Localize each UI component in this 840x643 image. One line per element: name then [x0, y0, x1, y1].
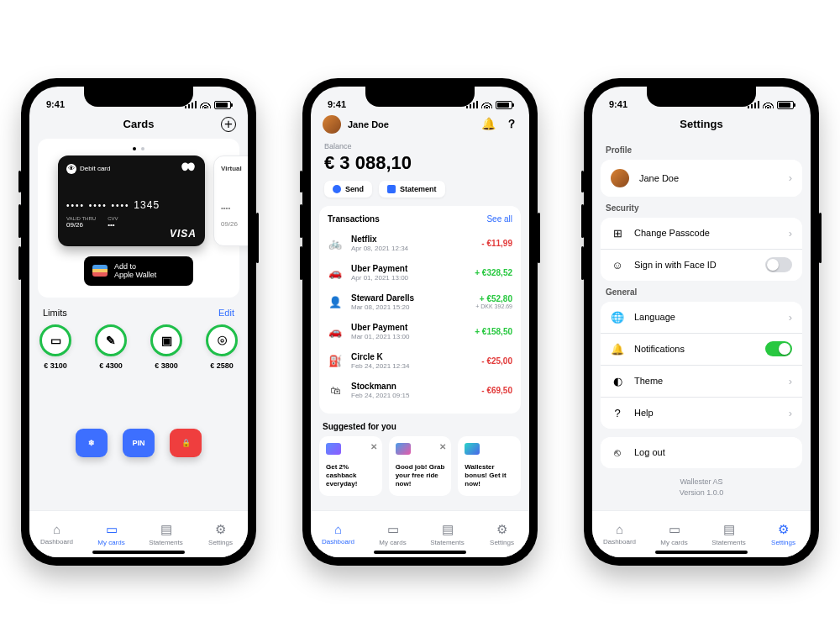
tab-mycards[interactable]: ▭My cards: [365, 511, 420, 557]
card-icon: ▭: [387, 522, 399, 537]
card-icon: ▭: [669, 522, 680, 537]
tab-mycards[interactable]: ▭My cards: [647, 511, 701, 557]
wifi-icon: [481, 101, 492, 108]
tab-statements[interactable]: ▤Statements: [701, 511, 756, 557]
language-row[interactable]: 🌐 Language ›: [601, 302, 802, 333]
tab-statements[interactable]: ▤Statements: [420, 511, 475, 557]
doc-icon: ▤: [723, 522, 735, 537]
limits-title: Limits: [43, 308, 67, 318]
chevron-right-icon: ›: [789, 375, 792, 387]
faceid-toggle[interactable]: [765, 257, 792, 272]
lock-icon: 🔒: [181, 439, 191, 447]
butterfly-logo-icon: [180, 162, 197, 174]
wifi-icon: [763, 101, 774, 108]
tab-dashboard[interactable]: ⌂Dashboard: [29, 511, 84, 557]
chevron-right-icon: ›: [789, 311, 792, 324]
snowflake-icon: ❄: [88, 439, 95, 447]
contactless-icon: ⦾: [218, 334, 227, 348]
clock: 9:41: [46, 99, 65, 109]
eye-icon[interactable]: 👁: [66, 164, 76, 174]
notifications-toggle[interactable]: [765, 341, 792, 356]
balance-amount: € 3 088,10: [324, 152, 516, 174]
clock-icon: ◐: [611, 375, 624, 387]
user-name: Jane Doe: [348, 119, 389, 129]
limit-card[interactable]: ▭€ 3100: [39, 324, 71, 370]
tx-icon: 👤: [328, 296, 343, 308]
send-icon: [333, 185, 341, 193]
suggestions-title: Suggested for you: [319, 422, 521, 436]
battery-icon: [214, 101, 231, 109]
tab-mycards[interactable]: ▭My cards: [84, 511, 139, 557]
tab-settings[interactable]: ⚙Settings: [475, 511, 529, 557]
wifi-icon: [200, 101, 211, 108]
company-name: Wallester AS: [601, 477, 802, 488]
transactions-title: Transactions: [328, 214, 380, 224]
card-carousel[interactable]: 👁Debit card •••• •••• •••• 1345 VALID TH…: [38, 139, 239, 298]
battery-icon: [777, 101, 794, 109]
transaction-row[interactable]: 🚗Uber PaymentMar 01, 2021 13:00+ €158,50: [328, 317, 512, 346]
section-general: General: [601, 281, 802, 302]
bell-icon[interactable]: 🔔: [481, 117, 496, 132]
tab-settings[interactable]: ⚙Settings: [193, 511, 248, 557]
block-button[interactable]: 🔒: [170, 429, 202, 457]
logout-icon: ⎋: [611, 446, 624, 459]
virtual-card[interactable]: Virtual •••• 09/26: [213, 155, 248, 246]
suggestion-card[interactable]: ✕Good job! Grab your free ride now!: [389, 436, 452, 496]
visa-logo: VISA: [170, 228, 197, 240]
avatar[interactable]: [323, 115, 341, 134]
gear-icon: ⚙: [496, 522, 507, 537]
suggestion-card[interactable]: ✕Get 2% cashback everyday!: [319, 436, 382, 496]
send-button[interactable]: Send: [324, 181, 372, 198]
debit-card[interactable]: 👁Debit card •••• •••• •••• 1345 VALID TH…: [58, 155, 205, 246]
statement-button[interactable]: Statement: [379, 181, 445, 198]
theme-row[interactable]: ◐ Theme ›: [601, 365, 802, 397]
tab-statements[interactable]: ▤Statements: [139, 511, 193, 557]
close-icon[interactable]: ✕: [370, 441, 377, 452]
tx-icon: 🚲: [328, 237, 343, 250]
limit-atm[interactable]: ▣€ 3800: [150, 324, 182, 370]
help-row[interactable]: ? Help ›: [601, 397, 802, 429]
freeze-button[interactable]: ❄: [76, 429, 108, 457]
transaction-row[interactable]: 🚲NetflixApr 08, 2021 12:34- €11,99: [328, 229, 512, 258]
logout-row[interactable]: ⎋ Log out: [601, 437, 802, 468]
apple-wallet-button[interactable]: Add toApple Wallet: [84, 256, 193, 287]
chevron-right-icon: ›: [789, 171, 792, 184]
close-icon[interactable]: ✕: [439, 441, 446, 452]
home-icon: ⌂: [53, 522, 60, 536]
see-all-button[interactable]: See all: [486, 214, 512, 224]
tab-dashboard[interactable]: ⌂Dashboard: [592, 511, 647, 557]
passcode-row[interactable]: ⊞ Change Passcode ›: [601, 218, 802, 249]
limit-transfer[interactable]: ✎€ 4300: [95, 324, 127, 370]
home-icon: ⌂: [334, 522, 342, 536]
tab-settings[interactable]: ⚙Settings: [756, 511, 811, 557]
profile-row[interactable]: Jane Doe ›: [601, 160, 802, 197]
transaction-row[interactable]: 🚗Uber PaymentApr 01, 2021 13:00+ €328,52: [328, 258, 512, 287]
limit-contactless[interactable]: ⦾€ 2580: [206, 324, 238, 370]
add-card-button[interactable]: +: [221, 117, 236, 132]
page-title: Settings: [680, 118, 722, 130]
card-icon: ▭: [106, 522, 118, 537]
avatar: [611, 169, 629, 187]
monitor-icon: ▣: [161, 334, 172, 347]
transaction-row[interactable]: ⛽Circle KFeb 24, 2021 12:34- €25,00: [328, 346, 512, 376]
app-version: Version 1.0.0: [601, 488, 802, 499]
doc-icon: [387, 185, 396, 193]
transaction-row[interactable]: 👤Steward DarellsMar 08, 2021 15:20+ €52,…: [328, 287, 512, 317]
faceid-row[interactable]: ☺ Sign in with Face ID: [601, 249, 802, 281]
tx-icon: 🚗: [328, 266, 343, 279]
notifications-row[interactable]: 🔔 Notifications: [601, 333, 802, 365]
edit-limits-button[interactable]: Edit: [218, 308, 234, 318]
promo-icon: [396, 443, 411, 455]
wallet-icon: [92, 265, 108, 277]
home-icon: ⌂: [616, 522, 623, 536]
doc-icon: ▤: [160, 522, 172, 537]
tab-dashboard[interactable]: ⌂Dashboard: [311, 511, 365, 557]
page-title: Cards: [123, 118, 155, 130]
suggestion-card[interactable]: Wallester bonus! Get it now!: [458, 436, 521, 496]
promo-icon: [465, 443, 480, 455]
tx-icon: 🚗: [328, 325, 343, 338]
pin-button[interactable]: PIN: [123, 429, 155, 457]
gear-icon: ⚙: [215, 522, 226, 537]
help-icon[interactable]: ？: [506, 117, 517, 132]
transaction-row[interactable]: 🛍StockmannFeb 24, 2021 09:15- €69,50: [328, 376, 512, 405]
